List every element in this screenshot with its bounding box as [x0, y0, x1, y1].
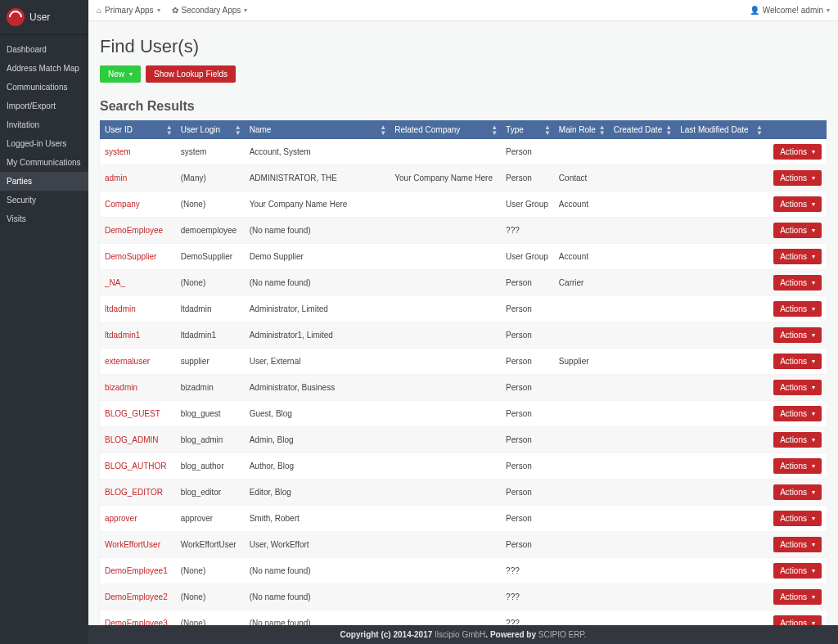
- footer: Copyright (c) 2014-2017 Ilscipio GmbH. P…: [88, 625, 838, 644]
- actions-button[interactable]: Actions▾: [773, 406, 822, 421]
- actions-button[interactable]: Actions▾: [773, 354, 822, 369]
- user-id-link[interactable]: _NA_: [105, 278, 125, 287]
- sort-icon[interactable]: ▲▼: [665, 124, 672, 136]
- sort-icon[interactable]: ▲▼: [166, 124, 173, 136]
- col-name[interactable]: Name▲▼: [245, 120, 390, 139]
- table-row: externalusersupplierUser, ExternalPerson…: [100, 349, 827, 375]
- sidebar-item-parties[interactable]: Parties: [0, 172, 88, 191]
- chevron-down-icon: ▾: [827, 7, 830, 14]
- sidebar-item-security[interactable]: Security: [0, 191, 88, 209]
- user-id-link[interactable]: Company: [105, 200, 140, 209]
- chevron-down-icon: ▾: [812, 358, 815, 365]
- table-row: _NA_(None)(No name found)PersonCarrierAc…: [100, 270, 827, 296]
- sort-icon[interactable]: ▲▼: [491, 124, 498, 136]
- table-row: BLOG_ADMINblog_adminAdmin, BlogPersonAct…: [100, 427, 827, 453]
- actions-button[interactable]: Actions▾: [773, 275, 822, 290]
- user-id-link[interactable]: externaluser: [105, 357, 150, 366]
- chevron-down-icon: ▾: [812, 253, 815, 260]
- chevron-down-icon: ▾: [812, 305, 815, 313]
- chevron-down-icon: ▾: [129, 70, 133, 78]
- actions-button[interactable]: Actions▾: [773, 458, 822, 474]
- table-row: BLOG_EDITORblog_editorEditor, BlogPerson…: [100, 480, 827, 506]
- sidebar-item-invitation[interactable]: Invitation: [0, 115, 88, 134]
- col-main-role[interactable]: Main Role▲▼: [554, 120, 609, 139]
- sidebar-item-import-export[interactable]: Import/Export: [0, 97, 88, 115]
- actions-button[interactable]: Actions▾: [773, 511, 822, 526]
- table-row: WorkEffortUserWorkEffortUserUser, WorkEf…: [100, 532, 827, 558]
- table-row: BLOG_AUTHORblog_authorAuthor, BlogPerson…: [100, 453, 827, 480]
- user-id-link[interactable]: DemoEmployee1: [105, 566, 168, 575]
- col-created-date[interactable]: Created Date▲▼: [609, 120, 675, 139]
- brand-label: User: [29, 11, 50, 23]
- user-id-link[interactable]: BLOG_EDITOR: [105, 488, 163, 497]
- actions-button[interactable]: Actions▾: [773, 327, 822, 343]
- footer-product: SCIPIO ERP: [538, 630, 584, 639]
- user-icon: 👤: [750, 6, 759, 15]
- actions-button[interactable]: Actions▾: [773, 170, 822, 186]
- user-id-link[interactable]: DemoEmployee2: [105, 592, 168, 601]
- chevron-down-icon: ▾: [812, 515, 815, 522]
- user-id-link[interactable]: ltdadmin: [105, 304, 136, 313]
- sidebar-item-address-match-map[interactable]: Address Match Map: [0, 59, 88, 78]
- sort-icon[interactable]: ▲▼: [544, 124, 551, 136]
- user-id-link[interactable]: DemoEmployee3: [105, 619, 168, 625]
- user-id-link[interactable]: DemoEmployee: [105, 226, 163, 235]
- table-row: BLOG_GUESTblog_guestGuest, BlogPersonAct…: [100, 401, 827, 427]
- actions-button[interactable]: Actions▾: [773, 484, 822, 500]
- user-id-link[interactable]: BLOG_ADMIN: [105, 435, 159, 444]
- chevron-down-icon: ▾: [812, 619, 815, 625]
- sort-icon[interactable]: ▲▼: [756, 124, 763, 136]
- sidebar: User DashboardAddress Match MapCommunica…: [0, 0, 88, 644]
- table-row: DemoEmployee2(None)(No name found)???Act…: [100, 584, 827, 610]
- chevron-down-icon: ▾: [812, 593, 815, 601]
- logo-icon: [7, 8, 25, 26]
- col-user-id[interactable]: User ID▲▼: [100, 120, 176, 139]
- user-id-link[interactable]: bizadmin: [105, 383, 137, 392]
- user-id-link[interactable]: WorkEffortUser: [105, 540, 160, 549]
- actions-button[interactable]: Actions▾: [773, 589, 822, 605]
- sidebar-item-visits[interactable]: Visits: [0, 209, 88, 228]
- actions-button[interactable]: Actions▾: [773, 563, 822, 579]
- table-row: Company(None)Your Company Name HereUser …: [100, 191, 827, 218]
- col-user-login[interactable]: User Login▲▼: [176, 120, 245, 139]
- actions-button[interactable]: Actions▾: [773, 615, 822, 625]
- user-id-link[interactable]: approver: [105, 514, 137, 523]
- user-id-link[interactable]: BLOG_GUEST: [105, 409, 160, 418]
- show-lookup-fields-button[interactable]: Show Lookup Fields: [146, 65, 236, 83]
- primary-apps-menu[interactable]: ⌂ Primary Apps ▾: [97, 6, 160, 15]
- col-type[interactable]: Type▲▼: [501, 120, 554, 139]
- sidebar-item-my-communications[interactable]: My Communications: [0, 153, 88, 172]
- sidebar-item-logged-in-users[interactable]: Logged-in Users: [0, 134, 88, 153]
- actions-button[interactable]: Actions▾: [773, 196, 822, 212]
- user-menu[interactable]: 👤 Welcome! admin ▾: [750, 6, 830, 15]
- table-row: DemoEmployee3(None)(No name found)???Act…: [100, 610, 827, 626]
- actions-button[interactable]: Actions▾: [773, 432, 822, 448]
- actions-button[interactable]: Actions▾: [773, 223, 822, 238]
- sidebar-item-dashboard[interactable]: Dashboard: [0, 40, 88, 59]
- col-last-modified-date[interactable]: Last Modified Date▲▼: [675, 120, 766, 139]
- actions-button[interactable]: Actions▾: [773, 380, 822, 395]
- user-id-link[interactable]: ltdadmin1: [105, 331, 140, 340]
- home-icon: ⌂: [97, 6, 101, 15]
- user-id-link[interactable]: BLOG_AUTHOR: [105, 462, 167, 471]
- secondary-apps-menu[interactable]: ✿ Secondary Apps ▾: [172, 6, 248, 15]
- table-row: DemoEmployeedemoemployee(No name found)?…: [100, 218, 827, 244]
- user-id-link[interactable]: DemoSupplier: [105, 252, 156, 261]
- table-row: DemoSupplierDemoSupplierDemo SupplierUse…: [100, 244, 827, 270]
- user-id-link[interactable]: admin: [105, 173, 127, 182]
- user-id-link[interactable]: system: [105, 147, 131, 156]
- col-related-company[interactable]: Related Company▲▼: [390, 120, 501, 139]
- sort-icon[interactable]: ▲▼: [599, 124, 606, 136]
- sort-icon[interactable]: ▲▼: [235, 124, 241, 136]
- actions-button[interactable]: Actions▾: [773, 537, 822, 552]
- footer-copyright: Copyright (c) 2014-2017: [340, 630, 435, 639]
- actions-button[interactable]: Actions▾: [773, 249, 822, 264]
- brand: User: [0, 0, 88, 35]
- actions-button[interactable]: Actions▾: [773, 144, 822, 160]
- actions-button[interactable]: Actions▾: [773, 301, 822, 317]
- new-button[interactable]: New ▾: [100, 65, 141, 83]
- chevron-down-icon: ▾: [157, 7, 160, 14]
- sidebar-item-communications[interactable]: Communications: [0, 78, 88, 97]
- sort-icon[interactable]: ▲▼: [380, 124, 386, 136]
- chevron-down-icon: ▾: [812, 148, 815, 155]
